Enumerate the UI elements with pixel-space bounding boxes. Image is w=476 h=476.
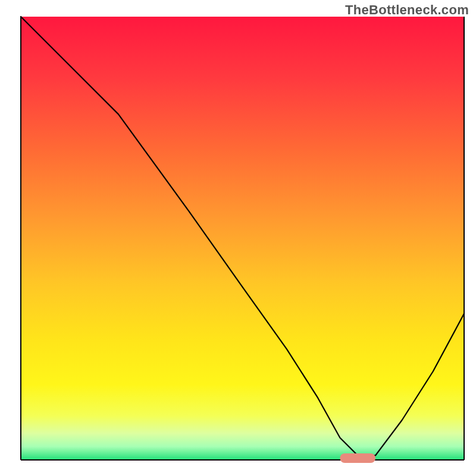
optimal-zone-marker <box>340 453 375 463</box>
chart-container: TheBottleneck.com <box>0 0 476 476</box>
watermark-label: TheBottleneck.com <box>345 2 469 18</box>
bottleneck-curve-chart <box>0 0 476 476</box>
